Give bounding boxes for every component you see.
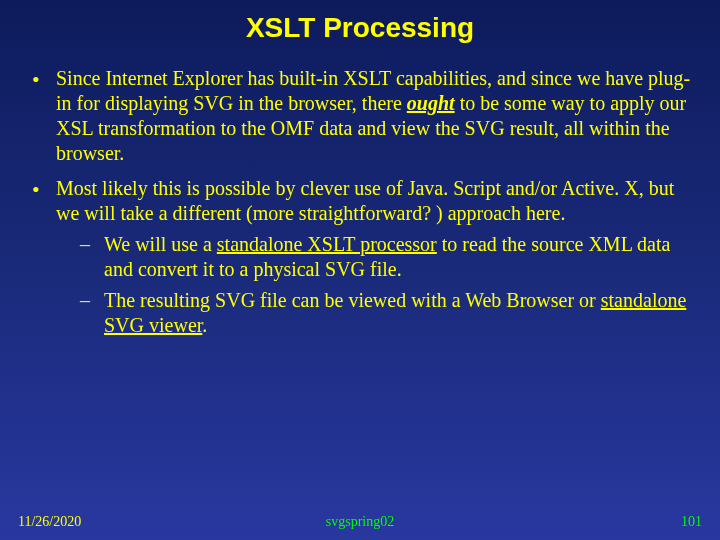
slide-title: XSLT Processing (28, 12, 692, 44)
emphasis-ought: ought (407, 92, 455, 114)
footer-source: svgspring02 (326, 514, 394, 530)
sub-bullet-item: The resulting SVG file can be viewed wit… (56, 288, 692, 338)
bullet-text: Most likely this is possible by clever u… (56, 177, 674, 224)
footer-page: 101 (681, 514, 702, 530)
sub-text-pre: The resulting SVG file can be viewed wit… (104, 289, 601, 311)
sub-text-post: . (202, 314, 207, 336)
footer-date: 11/26/2020 (18, 514, 81, 530)
bullet-item: Most likely this is possible by clever u… (28, 176, 692, 338)
sub-bullet-list: We will use a standalone XSLT processor … (56, 232, 692, 338)
sub-text-pre: We will use a (104, 233, 217, 255)
bullet-list: Since Internet Explorer has built-in XSL… (28, 66, 692, 338)
underline-text: standalone XSLT processor (217, 233, 437, 255)
slide-footer: 11/26/2020 svgspring02 101 (0, 514, 720, 530)
sub-bullet-item: We will use a standalone XSLT processor … (56, 232, 692, 282)
slide-content: XSLT Processing Since Internet Explorer … (0, 0, 720, 338)
bullet-item: Since Internet Explorer has built-in XSL… (28, 66, 692, 166)
